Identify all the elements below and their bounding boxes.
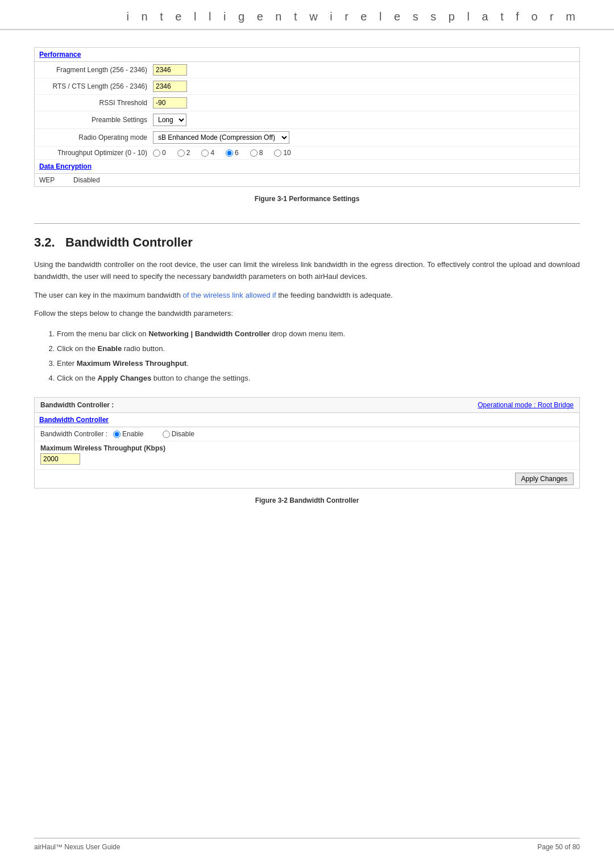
preamble-label: Preamble Settings (39, 116, 153, 124)
page-header: i n t e l l i g e n t w i r e l e s s p … (0, 0, 614, 30)
para2-end: the feeding bandwidth is adequate. (276, 291, 393, 299)
fragment-length-value (153, 64, 575, 76)
data-encryption-section-header[interactable]: Data Encryption (35, 160, 579, 174)
preamble-value: Long Short (153, 114, 575, 126)
disable-radio[interactable] (163, 431, 170, 438)
bandwidth-controller-enable-row: Bandwidth Controller : Enable Disable (35, 427, 579, 441)
step-1: From the menu bar click on Networking | … (57, 327, 580, 341)
figure2-container: Bandwidth Controller : Operational mode … (34, 397, 580, 489)
step4-bold: Apply Changes (98, 374, 152, 382)
bandwidth-controller-label: Bandwidth Controller : (40, 430, 107, 438)
throughput-optimizer-value: 0 2 4 6 8 10 (153, 149, 575, 157)
rssi-row: RSSI Threshold (35, 95, 579, 111)
rts-cts-input[interactable] (153, 81, 187, 92)
apply-row: Apply Changes (35, 469, 579, 488)
rssi-label: RSSI Threshold (39, 99, 153, 107)
figure2-top-label: Bandwidth Controller : (40, 401, 114, 409)
throughput-option-0[interactable]: 0 (153, 149, 166, 157)
fragment-length-input[interactable] (153, 64, 187, 76)
radio-mode-select[interactable]: sB Enhanced Mode (Compression Off) Stand… (153, 131, 289, 144)
step3-bold: Maximum Wireless Throughput (77, 359, 186, 368)
rssi-input[interactable] (153, 97, 187, 108)
disable-label-text: Disable (172, 430, 194, 438)
para2: The user can key in the maximum bandwidt… (34, 290, 580, 302)
apply-changes-button[interactable]: Apply Changes (515, 473, 574, 485)
operational-mode-link[interactable]: Operational mode : Root Bridge (478, 401, 574, 409)
disable-radio-label[interactable]: Disable (163, 430, 194, 438)
footer-right-text: Page 50 of 80 (537, 843, 580, 851)
figure1-caption: Figure 3-1 Performance Settings (34, 191, 580, 212)
bandwidth-controller-section-header[interactable]: Bandwidth Controller (35, 413, 579, 427)
figure1-box: Performance Fragment Length (256 - 2346)… (34, 47, 580, 187)
throughput-radio-group: 0 2 4 6 8 10 (153, 149, 575, 157)
wep-value: Disabled (73, 176, 100, 184)
throughput-option-10[interactable]: 10 (274, 149, 291, 157)
rts-cts-row: RTS / CTS Length (256 - 2346) (35, 78, 579, 95)
section-number: 3.2. (34, 235, 55, 249)
section-divider (34, 223, 580, 224)
wep-row: WEP Disabled (35, 174, 579, 186)
throughput-input-row (40, 453, 574, 465)
figure2-caption: Figure 3-2 Bandwidth Controller (34, 493, 580, 514)
enable-radio[interactable] (113, 431, 121, 438)
step-4: Click on the Apply Changes button to cha… (57, 371, 580, 386)
throughput-option-6[interactable]: 6 (226, 149, 239, 157)
para1: Using the bandwidth controller on the ro… (34, 259, 580, 283)
preamble-select[interactable]: Long Short (153, 114, 186, 126)
header-title: i n t e l l i g e n t w i r e l e s s p … (127, 10, 580, 23)
section-heading: 3.2. Bandwidth Controller (34, 235, 580, 250)
radio-mode-value: sB Enhanced Mode (Compression Off) Stand… (153, 131, 575, 144)
para2-start: The user can key in the maximum bandwidt… (34, 291, 183, 299)
figure2-top-bar: Bandwidth Controller : Operational mode … (35, 398, 579, 413)
wep-label: WEP (39, 176, 73, 184)
throughput-label: Maximum Wireless Throughput (Kbps) (35, 441, 579, 453)
step-3: Enter Maximum Wireless Throughput. (57, 356, 580, 371)
throughput-option-2[interactable]: 2 (177, 149, 190, 157)
step1-bold: Networking | Bandwidth Controller (148, 329, 270, 338)
para2-highlight: of the wireless link allowed if (183, 291, 276, 299)
footer-left-text: airHaul™ Nexus User Guide (34, 843, 120, 851)
fragment-length-row: Fragment Length (256 - 2346) (35, 62, 579, 78)
rts-cts-label: RTS / CTS Length (256 - 2346) (39, 82, 153, 90)
rssi-value (153, 97, 575, 108)
radio-mode-label: Radio Operating mode (39, 133, 153, 141)
rts-cts-value (153, 81, 575, 92)
main-content: Performance Fragment Length (256 - 2346)… (0, 47, 614, 514)
page-footer: airHaul™ Nexus User Guide Page 50 of 80 (34, 838, 580, 851)
preamble-row: Preamble Settings Long Short (35, 111, 579, 129)
throughput-optimizer-label: Throughput Optimizer (0 - 10) (39, 149, 153, 157)
throughput-option-8[interactable]: 8 (250, 149, 263, 157)
fragment-length-label: Fragment Length (256 - 2346) (39, 66, 153, 74)
throughput-input[interactable] (40, 453, 80, 465)
throughput-option-4[interactable]: 4 (201, 149, 214, 157)
enable-radio-label[interactable]: Enable (113, 430, 143, 438)
step-2: Click on the Enable radio button. (57, 341, 580, 356)
performance-section-header[interactable]: Performance (35, 48, 579, 62)
step2-bold: Enable (98, 344, 122, 353)
throughput-optimizer-row: Throughput Optimizer (0 - 10) 0 2 4 6 (35, 147, 579, 160)
section-title: Bandwidth Controller (65, 235, 193, 249)
radio-mode-row: Radio Operating mode sB Enhanced Mode (C… (35, 129, 579, 147)
steps-list: From the menu bar click on Networking | … (57, 327, 580, 386)
para3: Follow the steps below to change the ban… (34, 308, 580, 320)
enable-label-text: Enable (122, 430, 143, 438)
